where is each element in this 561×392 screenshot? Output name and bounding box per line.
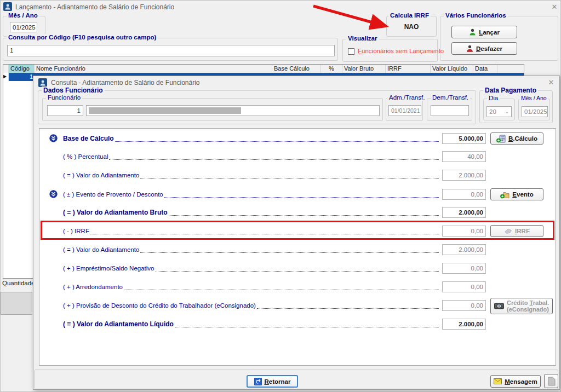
col-nome[interactable]: Nome Funcionário [35,65,272,73]
col-base-calculo[interactable]: Base Cálculo [272,65,321,73]
row-label: ( = ) Valor do Adiantamento [63,245,139,255]
lancamento-titlebar[interactable]: Lançamento - Adiantamento de Salário de … [1,1,560,13]
retornar-label: Retornar [265,378,291,385]
consulta-codigo-group: Consulta por Código (F10 pesquisa outro … [3,38,338,61]
app-icon [38,78,47,87]
valor-adiantamento-value-1[interactable]: 2.000,00 [442,170,486,181]
adm-transf-label: Adm./Transf. [387,94,426,101]
adm-transf-field[interactable]: 01/01/2021 [388,105,421,116]
mes-ano-field[interactable]: 01/2025 [10,22,37,32]
mensagem-button[interactable]: Mensagem [490,375,541,388]
row-label: ( + ) Arredondamento [63,282,123,292]
dem-transf-label: Dem./Transf. [431,94,470,101]
col-irrf[interactable]: IRRF [386,65,431,73]
retornar-button[interactable]: Retornar [247,375,298,388]
funcionario-name-field[interactable] [86,105,380,116]
visualizar-group: Visualizar Funcionários sem Lançamento [342,39,438,62]
row-codigo-cell[interactable]: 1 [9,73,35,81]
col-valor-liquido[interactable]: Valor Líquido [431,65,473,73]
expand-icon[interactable] [49,190,58,198]
close-icon[interactable]: ✕ [549,3,559,11]
close-icon[interactable]: ✕ [546,78,556,87]
provisao-value[interactable]: 0,00 [442,300,486,311]
col-codigo[interactable]: Código [9,65,35,73]
footer-bar: Retornar Mensagem [35,370,558,389]
window-title: Consulta - Adiantamento de Salário de Fu… [51,79,200,87]
adiantamento-bruto-value[interactable]: 2.000,00 [442,207,486,218]
bcalculo-button[interactable]: B.Cálculo [490,132,543,145]
irrf-highlight-rectangle [41,221,554,240]
row-evento: ( ± ) Evento de Provento / Desconto 0,00… [39,189,557,200]
folder-plus-icon [500,191,510,199]
funcionarios-sem-lancamento-text: Funcionários sem Lançamento [358,48,444,54]
data-pagamento-label: Data Pagamento [483,87,538,94]
row-adiantamento-liquido: ( = ) Valor do Adiantamento Líquido 2.00… [39,319,557,330]
chevron-down-icon: ⌄ [505,107,509,117]
row-label: Base de Cálculo [63,134,114,144]
base-calculo-value[interactable]: 5.000,00 [442,133,486,144]
row-label: ( = ) Valor do Adiantamento Líquido [63,319,174,330]
dem-transf-field[interactable] [431,105,469,116]
row-provisao-econsignado: ( + ) Provisão de Desconto do Crédito do… [39,300,557,311]
desfazer-label: Desfazer [476,45,502,52]
table-header: Código Nome Funcionário Base Cálculo % V… [3,65,524,73]
dia-select[interactable]: 20 ⌄ [486,106,512,117]
consulta-titlebar[interactable]: Consulta - Adiantamento de Salário de Fu… [33,76,559,89]
varios-funcionarios-label: Vários Funcionários [444,12,508,19]
adm-transf-group: Adm./Transf. 01/01/2021 [386,98,423,121]
row-base-calculo: Base de Cálculo 5.000,00 B.Cálculo [39,133,557,144]
dotted-leader [175,327,439,327]
varios-funcionarios-group: Vários Funcionários Lançar Desfazer [440,16,558,61]
notes-button[interactable] [544,374,558,388]
person-green-icon [469,28,476,36]
evento-button[interactable]: Evento [490,188,543,200]
bcalculo-label: B.Cálculo [508,135,537,142]
dotted-leader [124,290,439,290]
funcionario-code-field[interactable]: 1 [47,105,83,116]
data-pagamento-group: Data Pagamento Dia 20 ⌄ Mês / Ano 01/202… [479,90,553,123]
row-label: ( = ) Valor do Adiantamento Bruto [63,207,168,218]
row-label: ( + ) Empréstimo/Saldo Negativo [63,263,154,274]
dotted-leader [140,178,439,178]
col-valor-bruto[interactable]: Valor Bruto [342,65,386,73]
quantidade-box [1,292,32,315]
dotted-leader [109,159,439,160]
emprestimo-value[interactable]: 0,00 [442,263,486,274]
credito-trabalhador-label: Crédito Trabal.(eConsignado) [507,299,549,313]
window-consulta: Consulta - Adiantamento de Salário de Fu… [33,76,560,390]
adiantamento-liquido-value[interactable]: 2.000,00 [442,319,486,330]
calcula-irrf-group: Calcula IRRF NAO [386,16,437,37]
mensagem-label: Mensagem [505,378,537,385]
row-adiantamento-bruto: ( = ) Valor do Adiantamento Bruto 2.000,… [39,207,557,218]
row-arredondamento: ( + ) Arredondamento 0,00 [39,281,557,292]
percentual-value[interactable]: 40,00 [442,151,486,162]
dp-mes-ano-field[interactable]: 01/2025 [522,106,548,117]
calcula-irrf-value: NAO [387,23,436,31]
funcionario-label: Funcionário [46,94,82,101]
col-data[interactable]: Data [473,65,497,73]
row-label: ( + ) Provisão de Desconto do Crédito do… [63,301,256,311]
valor-adiantamento-value-2[interactable]: 2.000,00 [442,244,486,255]
arredondamento-value[interactable]: 0,00 [442,281,486,292]
calc-panel: Base de Cálculo 5.000,00 B.Cálculo ( % )… [39,128,556,366]
expand-icon[interactable] [49,134,58,142]
funcionarios-sem-lancamento-checkbox[interactable] [348,48,354,55]
calculator-plus-icon [496,135,506,143]
dotted-leader [140,252,439,253]
row-label: ( % ) Percentual [63,152,108,162]
lancar-button[interactable]: Lançar [451,26,517,38]
dotted-leader [257,308,439,309]
col-percentual[interactable]: % [321,65,342,73]
row-valor-adiantamento-2: ( = ) Valor do Adiantamento 2.000,00 [39,244,557,255]
evento-value[interactable]: 0,00 [442,189,486,200]
banknote-icon: 0 [494,303,504,309]
credito-trabalhador-button[interactable]: 0 Crédito Trabal.(eConsignado) [490,298,553,314]
dotted-leader [169,215,439,216]
funcionario-group: Funcionário 1 [42,98,383,121]
dp-mes-ano-label: Mês / Ano [519,95,548,101]
consulta-codigo-input[interactable]: 1 [7,45,335,56]
row-percentual: ( % ) Percentual 40,00 [39,151,557,162]
dotted-leader [115,141,439,142]
desfazer-button[interactable]: Desfazer [451,42,517,55]
window-title: Lançamento - Adiantamento de Salário de … [15,3,174,11]
